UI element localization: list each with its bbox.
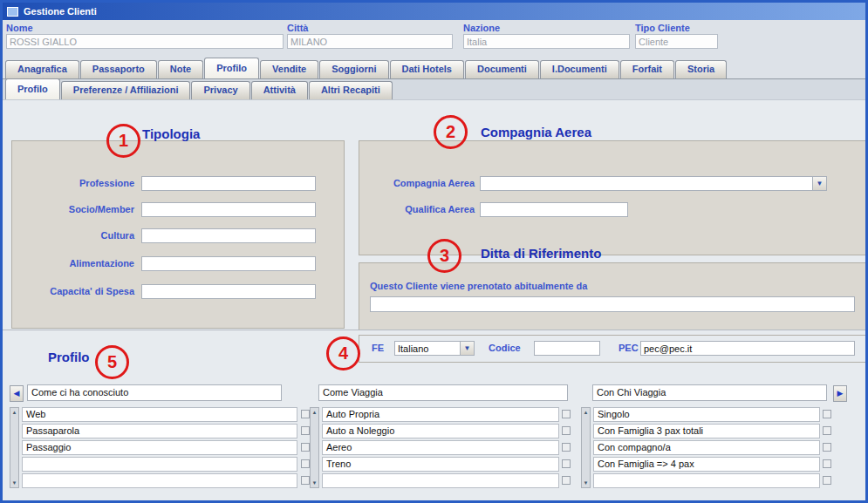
section-divider: [3, 330, 865, 330]
list-item-checkbox[interactable]: [301, 443, 310, 452]
tab-dati-hotels[interactable]: Dati Hotels: [390, 60, 464, 78]
list-item-checkbox[interactable]: [301, 426, 310, 435]
scroll-up-icon[interactable]: ▲: [311, 409, 318, 416]
list-item: Passaggio: [22, 440, 310, 455]
tab-vendite[interactable]: Vendite: [260, 60, 318, 78]
list1-scrollbar[interactable]: ▲ ▼: [10, 407, 19, 488]
main-tab-bar: Anagrafica Passaporto Note Profilo Vendi…: [3, 58, 865, 79]
scroll-right-button[interactable]: ▶: [833, 385, 847, 402]
chevron-down-icon[interactable]: ▼: [812, 177, 826, 190]
subtab-profilo[interactable]: Profilo: [5, 78, 60, 99]
list-item: Aereo: [322, 440, 571, 455]
list-item-checkbox[interactable]: [301, 410, 310, 418]
list-item: [22, 473, 310, 488]
list-item-checkbox[interactable]: [823, 426, 831, 435]
list-item-label[interactable]: [22, 457, 297, 472]
list-item-label[interactable]: [22, 473, 297, 488]
list-item-checkbox[interactable]: [562, 426, 571, 435]
codice-input[interactable]: [534, 341, 600, 356]
list-item-checkbox[interactable]: [301, 476, 310, 485]
tab-profilo[interactable]: Profilo: [204, 58, 259, 78]
list-item-checkbox[interactable]: [562, 443, 571, 452]
tab-note[interactable]: Note: [158, 60, 203, 78]
socio-member-row: Socio/Member: [12, 202, 344, 218]
capacita-spesa-label: Capacita' di Spesa: [12, 286, 134, 296]
list-item: Passaparola: [22, 424, 310, 438]
pec-input[interactable]: [640, 341, 855, 356]
tab-i-documenti[interactable]: I.Documenti: [540, 60, 619, 78]
list-item-label[interactable]: Auto Propria: [322, 407, 559, 422]
scroll-down-icon[interactable]: ▼: [311, 479, 318, 486]
list-item-checkbox[interactable]: [562, 459, 571, 468]
list-item-checkbox[interactable]: [823, 459, 831, 468]
nazione-input[interactable]: [463, 34, 630, 49]
list-item: Con compagno/a: [593, 440, 831, 455]
tab-passaporto[interactable]: Passaporto: [80, 60, 157, 78]
compagnia-aerea-select[interactable]: ▼: [480, 176, 827, 191]
scroll-up-icon[interactable]: ▲: [582, 409, 590, 416]
tipo-cliente-input[interactable]: [635, 34, 718, 49]
tab-anagrafica[interactable]: Anagrafica: [5, 60, 79, 78]
list-item: Treno: [322, 457, 571, 472]
list-item-label[interactable]: Singolo: [593, 407, 820, 422]
cultura-label: Cultura: [12, 230, 134, 241]
subtab-altri-recapiti[interactable]: Altri Recapiti: [309, 81, 393, 99]
professione-label: Professione: [12, 178, 134, 188]
list-item-checkbox[interactable]: [562, 476, 571, 485]
list-item-label[interactable]: Passaparola: [22, 424, 297, 438]
ditta-input[interactable]: [370, 296, 855, 312]
list-item-label[interactable]: Auto a Noleggio: [322, 424, 559, 438]
compagnia-aerea-title: Compagnia Aerea: [481, 125, 591, 139]
tab-documenti[interactable]: Documenti: [465, 60, 539, 78]
arrow-left-icon: ◀: [14, 389, 20, 398]
nazione-label: Nazione: [463, 23, 630, 33]
list-item-label[interactable]: [322, 473, 559, 488]
list-header-come-viaggia[interactable]: Come Viaggia: [318, 384, 568, 401]
capacita-spesa-row: Capacita' di Spesa: [12, 284, 344, 300]
list-header-con-chi-viaggia[interactable]: Con Chi Viaggia: [592, 384, 827, 401]
list3-scrollbar[interactable]: ▲ ▼: [581, 407, 591, 488]
subtab-attivita[interactable]: Attività: [251, 81, 308, 99]
list-item-label[interactable]: Con Famiglia 3 pax totali: [593, 424, 820, 438]
socio-member-input[interactable]: [141, 202, 316, 217]
tab-forfait[interactable]: Forfait: [620, 60, 674, 78]
list-item-checkbox[interactable]: [823, 443, 831, 452]
list-item-label[interactable]: Con Famiglia => 4 pax: [593, 457, 820, 472]
list-item-label[interactable]: Aereo: [322, 440, 559, 455]
fe-select[interactable]: Italiano ▼: [394, 341, 475, 356]
tab-soggiorni[interactable]: Soggiorni: [319, 60, 388, 78]
qualifica-aerea-input[interactable]: [480, 202, 628, 217]
list-item-label[interactable]: [593, 473, 820, 488]
compagnia-aerea-label: Compagnia Aerea: [359, 178, 475, 188]
scroll-down-icon[interactable]: ▼: [10, 479, 18, 486]
scroll-down-icon[interactable]: ▼: [582, 479, 590, 486]
cultura-input[interactable]: [141, 228, 316, 243]
list-item: Singolo: [593, 407, 831, 422]
compagnia-aerea-row: Compagnia Aerea ▼: [359, 176, 865, 192]
list-header-come-conosciuto[interactable]: Come ci ha conosciuto: [27, 384, 282, 401]
list-item-label[interactable]: Web: [22, 407, 297, 422]
capacita-spesa-input[interactable]: [141, 284, 316, 299]
nome-label: Nome: [6, 23, 284, 33]
scroll-up-icon[interactable]: ▲: [10, 409, 18, 416]
list-item-checkbox[interactable]: [301, 459, 310, 468]
scroll-left-button[interactable]: ◀: [10, 385, 24, 402]
subtab-preferenze-affiliazioni[interactable]: Preferenze / Affiliazioni: [61, 81, 191, 99]
list-item-checkbox[interactable]: [562, 410, 571, 418]
citta-input[interactable]: [287, 34, 453, 49]
annotation-circle-1: 1: [106, 124, 140, 158]
list-item-label[interactable]: Con compagno/a: [593, 440, 820, 455]
tipologia-group: Professione Socio/Member Cultura Aliment…: [11, 140, 345, 329]
list-item-label[interactable]: Treno: [322, 457, 559, 472]
list-item-checkbox[interactable]: [823, 410, 831, 418]
professione-input[interactable]: [141, 176, 316, 191]
list-item-checkbox[interactable]: [823, 476, 831, 485]
nome-input[interactable]: [6, 34, 284, 49]
alimentazione-input[interactable]: [141, 256, 316, 271]
tab-storia[interactable]: Storia: [675, 60, 727, 78]
chevron-down-icon[interactable]: ▼: [460, 342, 474, 355]
list-item: [322, 473, 571, 488]
subtab-privacy[interactable]: Privacy: [191, 81, 249, 99]
list2-scrollbar[interactable]: ▲ ▼: [310, 407, 319, 488]
list-item-label[interactable]: Passaggio: [22, 440, 297, 455]
